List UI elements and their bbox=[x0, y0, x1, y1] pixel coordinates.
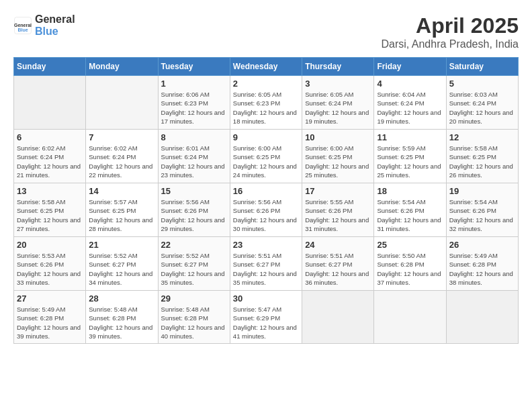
weekday-header-sunday: Sunday bbox=[14, 58, 86, 76]
calendar-cell bbox=[446, 291, 518, 344]
calendar-cell: 24Sunrise: 5:51 AM Sunset: 6:27 PM Dayli… bbox=[302, 237, 374, 291]
day-number: 26 bbox=[449, 240, 515, 250]
calendar-cell: 13Sunrise: 5:58 AM Sunset: 6:25 PM Dayli… bbox=[14, 183, 86, 237]
day-info: Sunrise: 5:51 AM Sunset: 6:27 PM Dayligh… bbox=[305, 251, 371, 287]
calendar-cell bbox=[374, 291, 446, 344]
day-number: 13 bbox=[17, 186, 83, 196]
calendar-table: SundayMondayTuesdayWednesdayThursdayFrid… bbox=[13, 57, 519, 344]
day-info: Sunrise: 5:54 AM Sunset: 6:26 PM Dayligh… bbox=[377, 197, 443, 233]
week-row-3: 13Sunrise: 5:58 AM Sunset: 6:25 PM Dayli… bbox=[14, 183, 519, 237]
weekday-header-thursday: Thursday bbox=[302, 58, 374, 76]
day-info: Sunrise: 6:06 AM Sunset: 6:23 PM Dayligh… bbox=[161, 90, 227, 126]
calendar-cell: 19Sunrise: 5:54 AM Sunset: 6:26 PM Dayli… bbox=[446, 183, 518, 237]
day-number: 28 bbox=[89, 293, 154, 304]
calendar-cell: 17Sunrise: 5:55 AM Sunset: 6:26 PM Dayli… bbox=[302, 183, 374, 237]
calendar-cell: 10Sunrise: 6:00 AM Sunset: 6:25 PM Dayli… bbox=[302, 130, 374, 183]
day-info: Sunrise: 5:51 AM Sunset: 6:27 PM Dayligh… bbox=[233, 251, 299, 287]
day-info: Sunrise: 6:05 AM Sunset: 6:23 PM Dayligh… bbox=[233, 90, 299, 126]
week-row-4: 20Sunrise: 5:53 AM Sunset: 6:26 PM Dayli… bbox=[14, 237, 519, 291]
day-number: 30 bbox=[233, 293, 299, 304]
calendar-cell: 14Sunrise: 5:57 AM Sunset: 6:25 PM Dayli… bbox=[86, 183, 158, 237]
calendar-cell: 21Sunrise: 5:52 AM Sunset: 6:27 PM Dayli… bbox=[86, 237, 158, 291]
day-info: Sunrise: 5:56 AM Sunset: 6:26 PM Dayligh… bbox=[233, 197, 299, 233]
day-number: 17 bbox=[305, 186, 371, 196]
day-number: 29 bbox=[161, 293, 227, 304]
svg-text:General: General bbox=[14, 23, 32, 28]
day-number: 14 bbox=[89, 186, 154, 196]
day-info: Sunrise: 5:52 AM Sunset: 6:27 PM Dayligh… bbox=[161, 251, 227, 287]
day-number: 20 bbox=[17, 240, 83, 250]
week-row-5: 27Sunrise: 5:49 AM Sunset: 6:28 PM Dayli… bbox=[14, 291, 519, 344]
calendar-cell: 8Sunrise: 6:01 AM Sunset: 6:24 PM Daylig… bbox=[158, 130, 230, 183]
calendar-cell: 22Sunrise: 5:52 AM Sunset: 6:27 PM Dayli… bbox=[158, 237, 230, 291]
calendar-cell: 27Sunrise: 5:49 AM Sunset: 6:28 PM Dayli… bbox=[14, 291, 86, 344]
day-number: 1 bbox=[161, 79, 227, 89]
week-row-1: 1Sunrise: 6:06 AM Sunset: 6:23 PM Daylig… bbox=[14, 76, 519, 130]
calendar-cell: 11Sunrise: 5:59 AM Sunset: 6:25 PM Dayli… bbox=[374, 130, 446, 183]
calendar-cell bbox=[302, 291, 374, 344]
calendar-cell: 25Sunrise: 5:50 AM Sunset: 6:28 PM Dayli… bbox=[374, 237, 446, 291]
weekday-header-row: SundayMondayTuesdayWednesdayThursdayFrid… bbox=[14, 58, 519, 76]
day-number: 3 bbox=[305, 79, 371, 89]
calendar-cell: 9Sunrise: 6:00 AM Sunset: 6:25 PM Daylig… bbox=[230, 130, 302, 183]
calendar-cell: 3Sunrise: 6:05 AM Sunset: 6:24 PM Daylig… bbox=[302, 76, 374, 130]
calendar-cell: 4Sunrise: 6:04 AM Sunset: 6:24 PM Daylig… bbox=[374, 76, 446, 130]
day-number: 19 bbox=[449, 186, 515, 196]
day-info: Sunrise: 5:49 AM Sunset: 6:28 PM Dayligh… bbox=[17, 305, 83, 340]
calendar-cell: 15Sunrise: 5:56 AM Sunset: 6:26 PM Dayli… bbox=[158, 183, 230, 237]
day-info: Sunrise: 5:56 AM Sunset: 6:26 PM Dayligh… bbox=[161, 197, 227, 233]
page-header: General Blue General Blue April 2025 Dar… bbox=[13, 13, 519, 50]
day-number: 24 bbox=[305, 240, 371, 250]
calendar-cell: 6Sunrise: 6:02 AM Sunset: 6:24 PM Daylig… bbox=[14, 130, 86, 183]
day-info: Sunrise: 5:48 AM Sunset: 6:28 PM Dayligh… bbox=[89, 305, 154, 340]
logo: General Blue General Blue bbox=[13, 13, 75, 38]
logo-icon: General Blue bbox=[13, 16, 32, 35]
logo-blue: Blue bbox=[35, 26, 58, 37]
day-number: 16 bbox=[233, 186, 299, 196]
day-info: Sunrise: 5:55 AM Sunset: 6:26 PM Dayligh… bbox=[305, 197, 371, 233]
location-title: Darsi, Andhra Pradesh, India bbox=[381, 38, 519, 50]
day-info: Sunrise: 5:50 AM Sunset: 6:28 PM Dayligh… bbox=[377, 251, 443, 287]
day-info: Sunrise: 5:54 AM Sunset: 6:26 PM Dayligh… bbox=[449, 197, 515, 233]
day-number: 12 bbox=[449, 132, 515, 142]
calendar-cell: 2Sunrise: 6:05 AM Sunset: 6:23 PM Daylig… bbox=[230, 76, 302, 130]
weekday-header-tuesday: Tuesday bbox=[158, 58, 230, 76]
day-info: Sunrise: 5:53 AM Sunset: 6:26 PM Dayligh… bbox=[17, 251, 83, 287]
month-title: April 2025 bbox=[381, 13, 519, 38]
day-info: Sunrise: 5:49 AM Sunset: 6:28 PM Dayligh… bbox=[449, 251, 515, 287]
day-info: Sunrise: 5:57 AM Sunset: 6:25 PM Dayligh… bbox=[89, 197, 154, 233]
calendar-cell: 28Sunrise: 5:48 AM Sunset: 6:28 PM Dayli… bbox=[86, 291, 158, 344]
calendar-cell: 1Sunrise: 6:06 AM Sunset: 6:23 PM Daylig… bbox=[158, 76, 230, 130]
day-info: Sunrise: 6:04 AM Sunset: 6:24 PM Dayligh… bbox=[377, 90, 443, 126]
weekday-header-saturday: Saturday bbox=[446, 58, 518, 76]
calendar-cell: 12Sunrise: 5:58 AM Sunset: 6:25 PM Dayli… bbox=[446, 130, 518, 183]
day-info: Sunrise: 5:48 AM Sunset: 6:28 PM Dayligh… bbox=[161, 305, 227, 340]
day-info: Sunrise: 5:47 AM Sunset: 6:29 PM Dayligh… bbox=[233, 305, 299, 340]
weekday-header-monday: Monday bbox=[86, 58, 158, 76]
weekday-header-friday: Friday bbox=[374, 58, 446, 76]
logo-general: General bbox=[35, 13, 75, 25]
day-number: 27 bbox=[17, 293, 83, 304]
week-row-2: 6Sunrise: 6:02 AM Sunset: 6:24 PM Daylig… bbox=[14, 130, 519, 183]
calendar-cell: 23Sunrise: 5:51 AM Sunset: 6:27 PM Dayli… bbox=[230, 237, 302, 291]
calendar-cell: 30Sunrise: 5:47 AM Sunset: 6:29 PM Dayli… bbox=[230, 291, 302, 344]
day-number: 22 bbox=[161, 240, 227, 250]
day-info: Sunrise: 6:03 AM Sunset: 6:24 PM Dayligh… bbox=[449, 90, 515, 126]
calendar-cell bbox=[86, 76, 158, 130]
day-number: 2 bbox=[233, 79, 299, 89]
title-block: April 2025 Darsi, Andhra Pradesh, India bbox=[381, 13, 519, 50]
day-number: 7 bbox=[89, 132, 154, 142]
calendar-cell: 5Sunrise: 6:03 AM Sunset: 6:24 PM Daylig… bbox=[446, 76, 518, 130]
day-info: Sunrise: 6:00 AM Sunset: 6:25 PM Dayligh… bbox=[233, 144, 299, 179]
day-number: 18 bbox=[377, 186, 443, 196]
day-number: 10 bbox=[305, 132, 371, 142]
day-number: 6 bbox=[17, 132, 83, 142]
day-number: 21 bbox=[89, 240, 154, 250]
day-info: Sunrise: 5:59 AM Sunset: 6:25 PM Dayligh… bbox=[377, 144, 443, 179]
calendar-cell: 16Sunrise: 5:56 AM Sunset: 6:26 PM Dayli… bbox=[230, 183, 302, 237]
calendar-cell: 20Sunrise: 5:53 AM Sunset: 6:26 PM Dayli… bbox=[14, 237, 86, 291]
day-info: Sunrise: 6:02 AM Sunset: 6:24 PM Dayligh… bbox=[89, 144, 154, 179]
logo-text: General Blue bbox=[35, 13, 75, 38]
day-number: 8 bbox=[161, 132, 227, 142]
day-number: 23 bbox=[233, 240, 299, 250]
